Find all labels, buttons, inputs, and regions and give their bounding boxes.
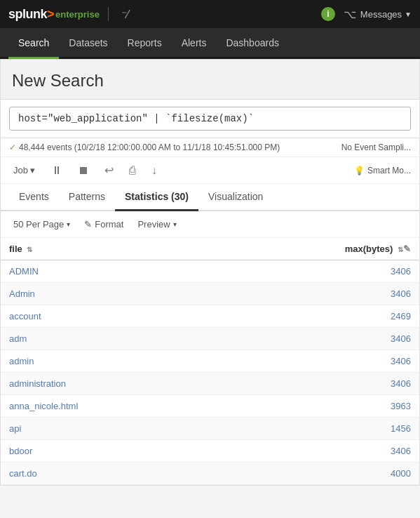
nav-item-alerts[interactable]: Alerts [172, 28, 217, 59]
smart-mode-icon: 💡 [354, 166, 365, 175]
col-header-maxbytes[interactable]: max(bytes) ⇅ ✎ [214, 238, 419, 260]
topbar-divider [108, 7, 109, 21]
cell-file[interactable]: adm [1, 328, 214, 350]
col-header-file[interactable]: file ⇅ [1, 238, 214, 260]
job-label: Job [13, 165, 28, 175]
tab-events[interactable]: Events [9, 184, 59, 211]
logo-enterprise-text: enterprise [55, 9, 100, 20]
cell-maxbytes: 3406 [214, 283, 419, 305]
table-row: administration 3406 [1, 373, 419, 395]
table-row: Admin 3406 [1, 283, 419, 305]
messages-menu[interactable]: Messages ▼ [360, 9, 412, 20]
nav-item-datasets[interactable]: Datasets [59, 28, 117, 59]
smart-mode-label: Smart Mo... [367, 166, 411, 175]
smart-mode-control[interactable]: 💡 Smart Mo... [354, 166, 411, 175]
nav-item-reports[interactable]: Reports [118, 28, 172, 59]
logo-gt: > [47, 7, 54, 21]
code-icon[interactable]: ⁻⁄ [121, 8, 129, 21]
cell-maxbytes: 4000 [214, 463, 419, 485]
maxbytes-sort-icon: ⇅ [398, 246, 403, 253]
search-input[interactable] [9, 107, 411, 131]
cell-maxbytes: 1456 [214, 418, 419, 440]
file-sort-icon: ⇅ [27, 246, 32, 253]
nav-item-search[interactable]: Search [8, 28, 59, 59]
per-page-button[interactable]: 50 Per Page ▾ [9, 217, 74, 232]
search-bar-container [1, 100, 419, 138]
results-table: file ⇅ max(bytes) ⇅ ✎ ADMIN 3406 Admin 3… [1, 238, 419, 485]
nav-item-dashboards[interactable]: Dashboards [216, 28, 289, 59]
tab-visualization[interactable]: Visualization [198, 184, 273, 211]
cell-file[interactable]: api [1, 418, 214, 440]
preview-caret: ▾ [173, 220, 177, 228]
col-edit-icon[interactable]: ✎ [403, 244, 411, 254]
cell-file[interactable]: cart.do [1, 463, 214, 485]
pause-icon[interactable]: ⏸ [48, 162, 66, 179]
job-button[interactable]: Job ▾ [9, 163, 39, 178]
table-row: account 2469 [1, 305, 419, 328]
share-icon[interactable]: ↩ [101, 161, 117, 179]
stop-icon[interactable]: ⏹ [74, 162, 93, 179]
results-table-container: file ⇅ max(bytes) ⇅ ✎ ADMIN 3406 Admin 3… [1, 238, 419, 485]
table-header-row: file ⇅ max(bytes) ⇅ ✎ [1, 238, 419, 260]
print-icon[interactable]: ⎙ [126, 162, 140, 179]
status-bar: ✓ 48,444 events (10/2/18 12:00:00.000 AM… [1, 138, 419, 157]
cell-file[interactable]: admin [1, 350, 214, 373]
main-content: New Search ✓ 48,444 events (10/2/18 12:0… [0, 59, 420, 486]
logo-splunk-text: splunk> [8, 7, 54, 22]
status-check-icon: ✓ [9, 142, 16, 152]
per-page-label: 50 Per Page [13, 219, 64, 230]
status-events-text: 48,444 events (10/2/18 12:00:00.000 AM t… [19, 142, 341, 152]
page-header: New Search [1, 60, 419, 100]
topbar: splunk> enterprise ⁻⁄ i ⌥ Messages ▼ [0, 0, 420, 28]
cell-maxbytes: 3406 [214, 260, 419, 283]
info-icon[interactable]: i [321, 7, 335, 21]
results-tabs: Events Patterns Statistics (30) Visualiz… [1, 184, 419, 211]
table-row: anna_nicole.html 3963 [1, 395, 419, 418]
tab-statistics[interactable]: Statistics (30) [115, 184, 198, 211]
preview-label: Preview [137, 219, 170, 230]
format-button[interactable]: ✎ Format [80, 217, 128, 232]
table-row: admin 3406 [1, 350, 419, 373]
cell-file[interactable]: anna_nicole.html [1, 395, 214, 418]
cell-maxbytes: 3406 [214, 350, 419, 373]
job-toolbar: Job ▾ ⏸ ⏹ ↩ ⎙ ↓ 💡 Smart Mo... [1, 157, 419, 184]
cell-file[interactable]: account [1, 305, 214, 328]
per-page-caret: ▾ [67, 220, 70, 228]
status-sampling-text: No Event Sampli... [341, 142, 411, 152]
preview-button[interactable]: Preview ▾ [133, 217, 180, 232]
cell-file[interactable]: bdoor [1, 440, 214, 463]
cell-maxbytes: 3406 [214, 373, 419, 395]
messages-label: Messages [360, 9, 402, 20]
sub-toolbar: 50 Per Page ▾ ✎ Format Preview ▾ [1, 211, 419, 238]
nav-bar: Search Datasets Reports Alerts Dashboard… [0, 28, 420, 59]
job-caret: ▾ [30, 165, 35, 175]
table-row: api 1456 [1, 418, 419, 440]
page-title: New Search [12, 71, 408, 91]
table-row: adm 3406 [1, 328, 419, 350]
cell-maxbytes: 3963 [214, 395, 419, 418]
cell-file[interactable]: ADMIN [1, 260, 214, 283]
format-icon: ✎ [84, 219, 92, 230]
activity-icon[interactable]: ⌥ [344, 8, 356, 21]
cell-maxbytes: 3406 [214, 328, 419, 350]
messages-caret: ▼ [405, 11, 412, 18]
tab-patterns[interactable]: Patterns [59, 184, 115, 211]
table-row: bdoor 3406 [1, 440, 419, 463]
cell-file[interactable]: administration [1, 373, 214, 395]
table-row: ADMIN 3406 [1, 260, 419, 283]
logo: splunk> enterprise [8, 7, 100, 22]
cell-file[interactable]: Admin [1, 283, 214, 305]
format-label: Format [95, 219, 123, 230]
table-row: cart.do 4000 [1, 463, 419, 485]
download-icon[interactable]: ↓ [148, 162, 161, 179]
cell-maxbytes: 3406 [214, 440, 419, 463]
cell-maxbytes: 2469 [214, 305, 419, 328]
